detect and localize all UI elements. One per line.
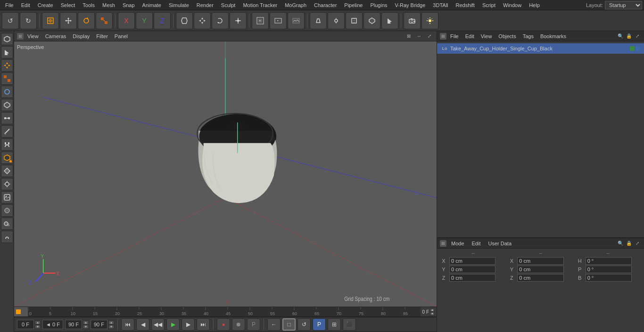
render-dot[interactable] bbox=[636, 46, 640, 51]
menu-redshift[interactable]: Redshift bbox=[453, 1, 478, 9]
menu-mograph[interactable]: MoGraph bbox=[281, 1, 310, 9]
attr-expand-icon[interactable]: ⤢ bbox=[634, 240, 641, 247]
nav-right-button[interactable]: □ bbox=[282, 318, 296, 331]
panel-menu[interactable]: Panel bbox=[112, 32, 131, 40]
vp-icon-lock[interactable]: ⊠ bbox=[405, 32, 413, 40]
menu-tools[interactable]: Tools bbox=[79, 1, 98, 9]
menu-snap[interactable]: Snap bbox=[119, 1, 138, 9]
max-frame-spin[interactable]: ▲ ▼ bbox=[108, 321, 114, 329]
end-frame-input[interactable] bbox=[65, 320, 82, 329]
coord-z-pos-input[interactable] bbox=[449, 274, 495, 282]
x-axis-button[interactable]: X bbox=[118, 12, 135, 29]
play-back-button[interactable]: ◀◀ bbox=[151, 318, 165, 331]
menu-pipeline[interactable]: Pipeline bbox=[341, 1, 366, 9]
attr-search-icon[interactable]: 🔍 bbox=[617, 240, 624, 247]
coord-h-input[interactable] bbox=[586, 257, 632, 265]
vertex-tool-button[interactable] bbox=[328, 12, 345, 29]
start-frame-input[interactable] bbox=[17, 320, 34, 329]
nav-circle-button[interactable]: ↺ bbox=[297, 318, 311, 331]
om-bookmarks-menu[interactable]: Bookmarks bbox=[537, 32, 569, 40]
om-search-icon[interactable]: 🔍 bbox=[617, 32, 624, 40]
om-view-menu[interactable]: View bbox=[478, 32, 495, 40]
end-frame-spinners[interactable]: ▲ ▼ bbox=[430, 308, 435, 316]
nav-left-button[interactable]: ← bbox=[267, 318, 281, 331]
sidebar-scale-btn[interactable] bbox=[1, 73, 13, 85]
object-row-cup[interactable]: Lo Take_Away_Cup_Holder_Single_Cup_Black bbox=[437, 43, 644, 54]
om-tags-menu[interactable]: Tags bbox=[520, 32, 537, 40]
sidebar-extrude-btn[interactable] bbox=[1, 99, 13, 111]
cameras-menu[interactable]: Cameras bbox=[42, 32, 69, 40]
menu-sculpt[interactable]: Sculpt bbox=[218, 1, 239, 9]
menu-file[interactable]: File bbox=[2, 1, 17, 9]
coord-z-rot-input[interactable] bbox=[517, 274, 563, 282]
filter-menu[interactable]: Filter bbox=[93, 32, 110, 40]
rotate-tool-button[interactable] bbox=[212, 12, 229, 29]
viewport-scene[interactable]: X Z Grid Spacing : 10 cm X Y Z bbox=[14, 41, 437, 307]
object-tool-button[interactable] bbox=[176, 12, 193, 29]
undo-button[interactable]: ↺ bbox=[2, 12, 19, 29]
goto-start-button[interactable]: ⏮ bbox=[121, 318, 134, 331]
rotate-button[interactable] bbox=[78, 12, 95, 29]
menu-simulate[interactable]: Simulate bbox=[165, 1, 192, 9]
coord-p-input[interactable] bbox=[586, 266, 632, 273]
timeline-ruler[interactable]: 0 5 10 15 20 25 30 35 bbox=[14, 307, 437, 317]
menu-window[interactable]: Window bbox=[500, 1, 525, 9]
model-mode-button[interactable] bbox=[42, 12, 59, 29]
nav-p-button[interactable]: P bbox=[313, 318, 326, 331]
sidebar-workplane-btn[interactable] bbox=[1, 165, 13, 177]
nav-frame-button[interactable]: ⬛ bbox=[343, 318, 356, 331]
menu-plugins[interactable]: Plugins bbox=[367, 1, 390, 9]
coord-y-rot-input[interactable] bbox=[517, 266, 563, 273]
light-button[interactable] bbox=[421, 12, 438, 29]
coord-y-pos-input[interactable] bbox=[449, 266, 495, 273]
sidebar-move-btn[interactable] bbox=[1, 59, 13, 72]
goto-end-button[interactable]: ⏭ bbox=[197, 318, 210, 331]
sidebar-live-select-btn[interactable] bbox=[1, 46, 13, 58]
menu-character[interactable]: Character bbox=[311, 1, 340, 9]
sidebar-model-btn[interactable] bbox=[1, 33, 13, 45]
start-frame-down[interactable]: ▼ bbox=[35, 325, 41, 329]
end-frame-down[interactable]: ▼ bbox=[430, 312, 435, 316]
current-frame-back-input[interactable] bbox=[42, 320, 63, 329]
menu-vray[interactable]: V-Ray Bridge bbox=[392, 1, 429, 9]
poly-tool-button[interactable] bbox=[363, 12, 380, 29]
timeline-ticks[interactable]: 0 5 10 15 20 25 30 35 bbox=[28, 307, 420, 317]
om-expand-icon[interactable]: ⤢ bbox=[634, 32, 641, 40]
sidebar-rotate-btn[interactable] bbox=[1, 86, 13, 98]
sidebar-snap-btn[interactable] bbox=[1, 178, 13, 190]
vp-icon-fit[interactable]: ↔ bbox=[415, 32, 423, 40]
render-view-button[interactable] bbox=[270, 12, 287, 29]
sidebar-paint2-btn[interactable] bbox=[1, 231, 13, 243]
menu-create[interactable]: Create bbox=[34, 1, 57, 9]
max-up-spin[interactable]: ▲ bbox=[108, 321, 114, 324]
max-down-spin[interactable]: ▼ bbox=[108, 325, 114, 329]
sidebar-bridge-btn[interactable] bbox=[1, 112, 13, 124]
camera-button[interactable] bbox=[404, 12, 421, 29]
keyframe-settings-button[interactable]: P bbox=[247, 318, 260, 331]
z-axis-button[interactable]: Z bbox=[154, 12, 171, 29]
sidebar-object-btn[interactable] bbox=[1, 152, 13, 164]
y-axis-button[interactable]: Y bbox=[136, 12, 153, 29]
menu-edit[interactable]: Edit bbox=[18, 1, 33, 9]
nav-grid-button[interactable]: ⊞ bbox=[328, 318, 341, 331]
attr-mode-menu[interactable]: Mode bbox=[448, 240, 467, 247]
sidebar-paint-btn[interactable]: S bbox=[1, 218, 13, 230]
play-button[interactable]: ▶ bbox=[166, 318, 180, 331]
sidebar-smooth-btn[interactable] bbox=[1, 204, 13, 217]
record-button[interactable]: ● bbox=[217, 318, 230, 331]
attr-userdata-menu[interactable]: User Data bbox=[486, 240, 515, 247]
render-region-button[interactable] bbox=[252, 12, 269, 29]
scale-tool-button[interactable] bbox=[230, 12, 247, 29]
view-menu[interactable]: View bbox=[25, 32, 41, 40]
step-forward-button[interactable]: ▶ bbox=[182, 318, 195, 331]
end-frame-spin[interactable]: ▲ ▼ bbox=[83, 321, 89, 329]
perspective-view-button[interactable] bbox=[310, 12, 327, 29]
redo-button[interactable]: ↻ bbox=[20, 12, 37, 29]
sidebar-magnet-btn[interactable] bbox=[1, 138, 13, 151]
step-back-button[interactable]: ◀ bbox=[136, 318, 149, 331]
display-menu[interactable]: Display bbox=[70, 32, 92, 40]
coord-x-rot-input[interactable] bbox=[517, 257, 563, 265]
om-objects-menu[interactable]: Objects bbox=[495, 32, 519, 40]
om-edit-menu[interactable]: Edit bbox=[462, 32, 477, 40]
vp-icon-expand[interactable]: ⤢ bbox=[425, 32, 434, 40]
